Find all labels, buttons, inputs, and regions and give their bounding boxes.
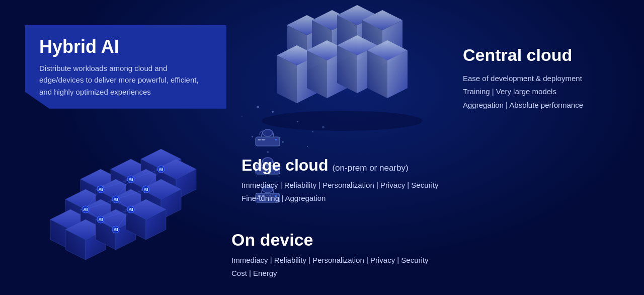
hybrid-ai-title: Hybrid AI bbox=[39, 36, 212, 57]
hybrid-ai-panel: Hybrid AI Distribute workloads among clo… bbox=[25, 25, 226, 109]
on-device-section: On device Immediacy | Reliability | Pers… bbox=[231, 230, 513, 280]
hybrid-ai-description: Distribute workloads among cloud and edg… bbox=[39, 62, 212, 98]
svg-point-116 bbox=[114, 198, 117, 201]
svg-point-118 bbox=[99, 218, 102, 221]
device-illustration: AI AI AI AI AI AI AI AI AI bbox=[50, 149, 231, 280]
hybrid-ai-box: Hybrid AI Distribute workloads among clo… bbox=[25, 25, 226, 109]
svg-point-120 bbox=[114, 228, 117, 231]
svg-point-24 bbox=[262, 111, 423, 131]
svg-point-113 bbox=[129, 178, 132, 181]
on-device-feature-2: Cost | Energy bbox=[231, 267, 513, 280]
edge-cloud-feature-2: Fine-tuning | Aggregation bbox=[242, 192, 523, 205]
edge-cloud-title: Edge cloud bbox=[242, 156, 328, 175]
central-cloud-section: Central cloud Ease of development & depl… bbox=[463, 45, 624, 112]
svg-rect-26 bbox=[258, 139, 261, 140]
central-cloud-title: Central cloud bbox=[463, 45, 624, 65]
central-cloud-feature-1: Ease of development & deployment bbox=[463, 72, 624, 85]
main-content: Hybrid AI Distribute workloads among clo… bbox=[0, 0, 644, 295]
edge-cloud-feature-1: Immediacy | Reliability | Personalizatio… bbox=[242, 179, 523, 192]
server-illustration bbox=[257, 5, 443, 146]
on-device-title: On device bbox=[231, 230, 513, 250]
svg-point-115 bbox=[84, 208, 87, 211]
edge-cloud-title-row: Edge cloud (on-prem or nearby) bbox=[242, 156, 523, 175]
svg-rect-25 bbox=[256, 137, 280, 146]
on-device-features: Immediacy | Reliability | Personalizatio… bbox=[231, 254, 513, 280]
svg-rect-27 bbox=[262, 139, 265, 140]
svg-point-114 bbox=[159, 168, 163, 171]
svg-point-117 bbox=[144, 188, 147, 191]
svg-point-112 bbox=[99, 188, 102, 191]
central-cloud-feature-2: Training | Very large models bbox=[463, 85, 624, 98]
hybrid-ai-arrow bbox=[25, 109, 45, 120]
svg-point-119 bbox=[129, 208, 132, 211]
on-device-feature-1: Immediacy | Reliability | Personalizatio… bbox=[231, 254, 513, 267]
edge-cloud-section: Edge cloud (on-prem or nearby) Immediacy… bbox=[242, 156, 523, 205]
svg-point-29 bbox=[263, 129, 273, 136]
edge-cloud-features: Immediacy | Reliability | Personalizatio… bbox=[242, 179, 523, 205]
central-cloud-feature-3: Aggregation | Absolute performance bbox=[463, 99, 624, 112]
edge-cloud-subtitle: (on-prem or nearby) bbox=[332, 163, 408, 173]
central-cloud-features: Ease of development & deployment Trainin… bbox=[463, 72, 624, 112]
svg-rect-28 bbox=[275, 139, 277, 140]
